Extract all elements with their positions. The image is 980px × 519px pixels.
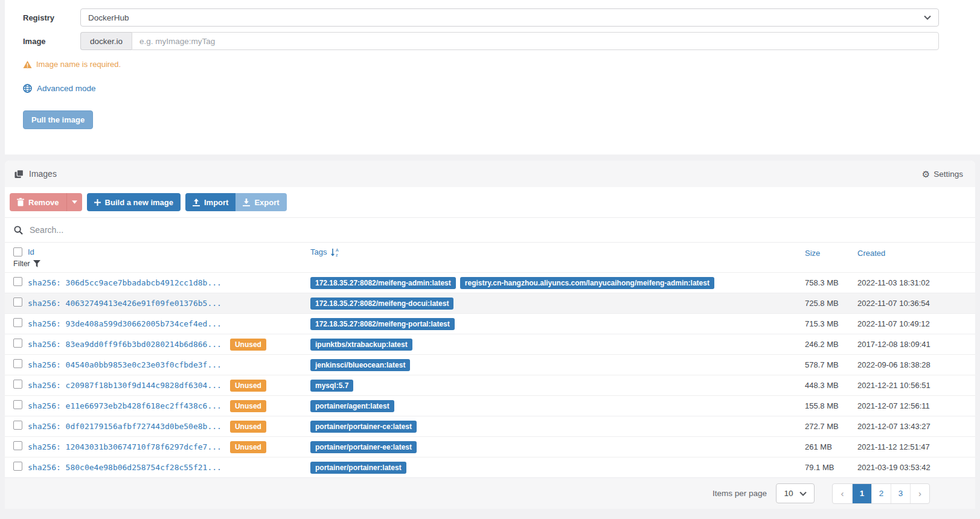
row-checkbox[interactable] <box>13 380 22 389</box>
items-per-page-value: 10 <box>784 489 793 498</box>
image-id-link[interactable]: sha256: 580c0e4e98b06d258754cf28c55f21..… <box>28 463 222 472</box>
image-id-link[interactable]: sha256: 04540a0bb9853e0c23e03f0cfbde3f..… <box>28 360 222 369</box>
registry-select[interactable]: DockerHub <box>80 8 939 27</box>
remove-button[interactable]: Remove <box>10 193 66 211</box>
build-new-image-button[interactable]: Build a new image <box>87 193 181 211</box>
pagination-page-3[interactable]: 3 <box>891 484 910 503</box>
image-tag-badge: portainer/portainer:latest <box>310 462 406 474</box>
unused-badge: Unused <box>230 421 266 433</box>
svg-text:z: z <box>336 252 338 256</box>
table-row: sha256: c20987f18b130f9d144c9828df6304..… <box>5 375 975 395</box>
row-checkbox[interactable] <box>13 400 22 409</box>
table-row: sha256: 83ea9dd0ff9f6b3bd0280214b6d866..… <box>5 334 975 354</box>
row-checkbox[interactable] <box>13 441 22 450</box>
table-footer: Items per page 10 ‹123› <box>5 477 975 509</box>
row-checkbox[interactable] <box>13 462 22 471</box>
image-size: 715.3 MB <box>805 319 857 328</box>
pagination-page-2[interactable]: 2 <box>871 484 891 503</box>
image-size: 272.7 MB <box>805 422 857 431</box>
image-id-link[interactable]: sha256: c20987f18b130f9d144c9828df6304..… <box>28 381 222 390</box>
settings-button[interactable]: ⚙ Settings <box>922 170 963 179</box>
remove-dropdown-caret[interactable] <box>66 193 82 211</box>
download-icon <box>243 199 250 206</box>
image-tag-badge: 172.18.35.27:8082/meifeng-portal:latest <box>310 318 455 330</box>
caret-down-icon <box>72 200 77 204</box>
image-created: 2022-11-03 18:31:02 <box>857 278 975 287</box>
row-checkbox[interactable] <box>13 298 22 307</box>
pull-image-form: Registry DockerHub Image docker.io Image… <box>5 0 980 154</box>
image-created: 2022-11-07 10:49:12 <box>857 319 975 328</box>
image-id-link[interactable]: sha256: e11e66973eb2b428f618ec2ff438c6..… <box>28 401 222 410</box>
pagination-next[interactable]: › <box>910 484 929 503</box>
image-id-link[interactable]: sha256: 12043031b30674710f78f6297dcfe7..… <box>28 442 222 451</box>
import-button[interactable]: Import <box>185 193 235 211</box>
filter-label: Filter <box>13 260 30 268</box>
unused-badge: Unused <box>230 441 266 453</box>
search-input[interactable] <box>30 225 975 235</box>
warning-text: Image name is required. <box>36 60 121 69</box>
image-id-link[interactable]: sha256: 0df02179156afbf727443d0be50e8b..… <box>28 422 222 431</box>
export-button[interactable]: Export <box>235 193 286 211</box>
column-header-id[interactable]: Id <box>28 247 34 256</box>
image-size: 578.7 MB <box>805 360 857 369</box>
unused-badge: Unused <box>230 400 266 412</box>
filter-icon[interactable] <box>33 260 40 267</box>
search-bar <box>5 217 975 242</box>
images-table-body: sha256: 306d5cc9ace7bbadabcb4912cc1d8b..… <box>5 272 975 477</box>
images-toolbar: Remove Build a new image Import Export <box>5 187 975 217</box>
image-created: 2021-03-19 03:53:42 <box>857 463 975 472</box>
image-tags-cell: 172.18.35.27:8082/meifeng-docui:latest <box>310 298 805 310</box>
unused-badge: Unused <box>230 380 266 392</box>
image-tags-cell: portainer/portainer:latest <box>310 462 805 474</box>
column-header-size[interactable]: Size <box>805 249 820 258</box>
items-per-page-label: Items per page <box>713 489 767 498</box>
table-row: sha256: 306d5cc9ace7bbadabcb4912cc1d8b..… <box>5 272 975 293</box>
image-required-warning: Image name is required. <box>23 60 980 69</box>
column-header-tags[interactable]: Tags <box>310 247 327 256</box>
image-id-cell: sha256: 83ea9dd0ff9f6b3bd0280214b6d866..… <box>28 339 310 351</box>
image-id-cell: sha256: 93de408a599d30662005b734cef4ed..… <box>28 319 310 328</box>
image-id-link[interactable]: sha256: 40632749413e426e91f09fe01376b5..… <box>28 299 222 308</box>
image-tags-cell: portainer/portainer-ee:latest <box>310 441 805 453</box>
items-per-page-select[interactable]: 10 <box>776 483 815 503</box>
image-tags-cell: portainer/portainer-ce:latest <box>310 421 805 433</box>
column-header-created[interactable]: Created <box>857 249 885 258</box>
image-created: 2017-12-08 18:09:41 <box>857 340 975 349</box>
registry-label: Registry <box>5 13 80 22</box>
image-created: 2022-11-07 10:36:54 <box>857 299 975 308</box>
row-checkbox[interactable] <box>13 339 22 348</box>
pagination-prev[interactable]: ‹ <box>833 484 852 503</box>
advanced-mode-link[interactable]: Advanced mode <box>23 84 96 93</box>
image-tags-cell: ipunktbs/xtrabackup:latest <box>310 339 805 351</box>
table-header: Id Filter Tags A z Size Created <box>5 242 975 272</box>
image-tag-badge: portainer/portainer-ee:latest <box>310 441 417 453</box>
upload-icon <box>193 199 200 206</box>
image-id-cell: sha256: 580c0e4e98b06d258754cf28c55f21..… <box>28 463 310 472</box>
image-id-link[interactable]: sha256: 306d5cc9ace7bbadabcb4912cc1d8b..… <box>28 278 222 287</box>
image-created: 2022-09-06 18:38:28 <box>857 360 975 369</box>
trash-icon <box>17 198 24 206</box>
image-id-cell: sha256: e11e66973eb2b428f618ec2ff438c6..… <box>28 400 310 412</box>
plus-icon <box>94 199 101 206</box>
image-name-input[interactable] <box>132 32 939 50</box>
image-tags-cell: portainer/agent:latest <box>310 400 805 412</box>
image-tags-cell: mysql:5.7 <box>310 380 805 392</box>
images-panel-header: Images ⚙ Settings <box>5 161 975 187</box>
image-tag-badge: ipunktbs/xtrabackup:latest <box>310 339 412 351</box>
table-row: sha256: e11e66973eb2b428f618ec2ff438c6..… <box>5 395 975 416</box>
pull-image-button[interactable]: Pull the image <box>23 110 93 129</box>
row-checkbox[interactable] <box>13 277 22 286</box>
images-icon <box>14 170 24 179</box>
image-id-link[interactable]: sha256: 83ea9dd0ff9f6b3bd0280214b6d866..… <box>28 340 222 349</box>
row-checkbox[interactable] <box>13 359 22 368</box>
row-checkbox[interactable] <box>13 318 22 327</box>
image-created: 2021-12-07 13:43:27 <box>857 422 975 431</box>
panel-title-label: Images <box>29 169 57 179</box>
row-checkbox[interactable] <box>13 421 22 430</box>
table-row: sha256: 04540a0bb9853e0c23e03f0cfbde3f..… <box>5 354 975 375</box>
image-id-link[interactable]: sha256: 93de408a599d30662005b734cef4ed..… <box>28 319 222 328</box>
select-all-checkbox[interactable] <box>13 247 22 256</box>
image-tags-cell: 172.18.35.27:8082/meifeng-portal:latest <box>310 318 805 330</box>
image-created: 2021-12-21 10:56:51 <box>857 381 975 390</box>
pagination-page-1[interactable]: 1 <box>852 484 871 503</box>
